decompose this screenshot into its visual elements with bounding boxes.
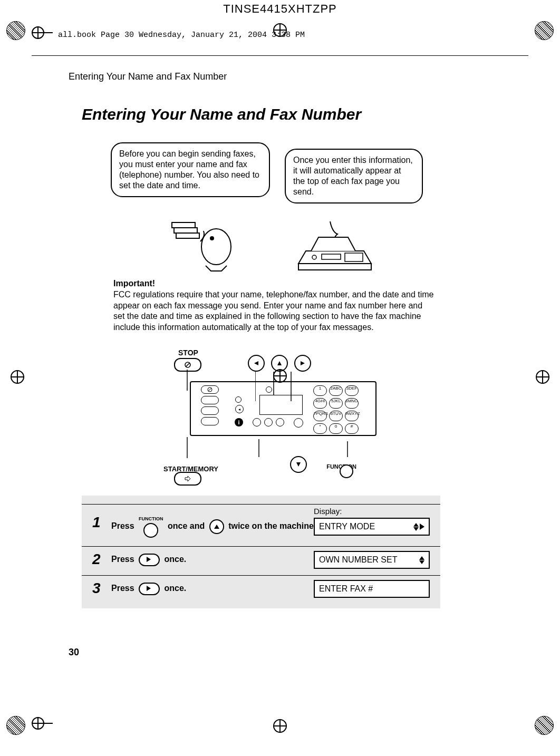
step-text-fragment: once.: [165, 555, 187, 564]
ring-binder-icon-top: [32, 24, 53, 41]
keypad-key: 6MNO: [345, 398, 359, 409]
stop-key-icon: [174, 358, 201, 372]
display-text: ENTER FAX #: [319, 584, 373, 594]
panel-key-icon: [201, 396, 219, 404]
right-arrow-icon: [420, 524, 424, 530]
svg-rect-5: [176, 233, 199, 238]
top-code: TINSE4415XHTZPP: [0, 2, 560, 16]
print-note: all.book Page 30 Wednesday, January 21, …: [58, 31, 305, 40]
page-title: Entering Your Name and Fax Number: [82, 105, 361, 123]
important-body: FCC regulations require that your name, …: [113, 289, 435, 333]
svg-marker-15: [254, 361, 258, 365]
function-key-inline-icon: FUNCTION: [139, 515, 163, 538]
keypad-key: 2ABC: [329, 385, 343, 396]
cartoon-character-icon: [169, 215, 243, 273]
display-caption: Display:: [314, 507, 430, 516]
step-row-2: 2 Press once. OWN NUMBER SET: [82, 547, 440, 576]
svg-marker-16: [277, 361, 282, 365]
speech-bubble-2: Once you enter this information, it will…: [285, 149, 423, 203]
step-text-fragment: twice on the machine.: [228, 521, 316, 530]
running-head: Entering Your Name and Fax Number: [69, 71, 227, 82]
svg-rect-4: [174, 228, 197, 233]
svg-line-22: [208, 388, 211, 391]
header-rule: [32, 55, 528, 56]
left-arrow-key-icon: [248, 355, 265, 372]
down-arrow-key-icon: [290, 456, 307, 473]
crosshair-icon-center: [272, 368, 288, 384]
step-text-fragment: Press: [111, 521, 137, 530]
display-box: OWN NUMBER SET: [314, 551, 430, 569]
panel-key-icon: [201, 406, 219, 415]
step-row-1: 1 Press FUNCTION once and twice on the m…: [82, 510, 440, 547]
page-number: 30: [69, 647, 79, 658]
fax-machine-icon: [285, 221, 380, 274]
crosshair-icon-left: [9, 369, 25, 385]
up-arrow-key-inline-icon: [209, 519, 224, 534]
svg-point-7: [210, 236, 214, 240]
panel-nav-icon: [264, 418, 273, 427]
keypad: 1 2ABC 3DEF 4GHI 5JKL 6MNO 7PQRS 8TUV 9W…: [309, 382, 375, 435]
display-text: ENTRY MODE: [319, 522, 375, 531]
svg-point-6: [201, 229, 231, 265]
svg-marker-26: [296, 462, 301, 467]
connector-line: [187, 370, 188, 391]
updown-arrows-icon: [419, 556, 424, 564]
panel-led-icon: [235, 396, 242, 403]
svg-marker-17: [301, 361, 305, 365]
connector-line: [187, 437, 229, 458]
svg-rect-3: [172, 222, 195, 228]
panel-nav-icon: [294, 418, 303, 428]
keypad-key: 7PQRS: [313, 411, 327, 421]
svg-line-13: [186, 363, 190, 367]
registration-mark-tr: [535, 21, 554, 40]
panel-box: ◂ i 1 2ABC 3DEF 4GHI: [190, 381, 376, 436]
panel-nav-icon: [253, 418, 261, 427]
keypad-key: *: [313, 423, 327, 434]
ring-binder-icon-bottom: [32, 715, 53, 732]
stop-label: STOP: [178, 348, 198, 357]
control-panel-diagram: STOP: [179, 348, 385, 475]
function-key-icon: [340, 464, 353, 478]
panel-key-icon: [201, 417, 219, 425]
panel-nav-icon: ◂: [235, 405, 244, 413]
speech-bubble-1: Before you can begin sending faxes, you …: [111, 142, 270, 197]
keypad-key: 5JKL: [329, 398, 343, 409]
display-box: ENTER FAX #: [314, 580, 430, 598]
step-text-fragment: Press: [111, 584, 137, 593]
step-number: 1: [92, 515, 105, 530]
important-block: Important! FCC regulations require that …: [113, 278, 435, 333]
right-arrow-oval-key-icon: [139, 554, 160, 566]
keypad-key: 3DEF: [345, 385, 359, 396]
step-text-fragment: Press: [111, 555, 137, 564]
step-number: 3: [92, 581, 105, 596]
right-arrow-oval-key-icon: [139, 583, 160, 595]
svg-rect-8: [298, 264, 371, 270]
step-number: 2: [92, 552, 105, 567]
step-row-3: 3 Press once. ENTER FAX #: [82, 576, 440, 598]
steps-box: 1 Press FUNCTION once and twice on the m…: [82, 496, 440, 608]
svg-marker-23: [185, 476, 190, 481]
crosshair-icon-top-center: [272, 22, 288, 38]
connector-line: [258, 439, 259, 457]
registration-mark-tl: [6, 21, 25, 40]
step-text-fragment: once and: [168, 521, 207, 530]
display-box: ENTRY MODE: [314, 518, 430, 536]
panel-nav-icon: [276, 418, 284, 427]
keypad-key: 9WXYZ: [345, 411, 359, 421]
crosshair-icon-right: [535, 369, 551, 385]
step-text-fragment: once.: [165, 584, 187, 593]
keypad-key: 0: [329, 423, 343, 434]
keypad-key: 1: [313, 385, 327, 396]
panel-led-icon: [266, 386, 272, 393]
connector-line: [347, 441, 348, 457]
start-memory-key-icon: [174, 472, 201, 486]
keypad-key: 8TUV: [329, 411, 343, 421]
registration-mark-bl: [6, 716, 25, 735]
display-text: OWN NUMBER SET: [319, 555, 397, 565]
info-icon: i: [235, 418, 243, 427]
registration-mark-br: [535, 716, 554, 735]
updown-arrows-icon: [413, 523, 419, 531]
keypad-key: #: [345, 423, 359, 434]
important-title: Important!: [113, 278, 435, 289]
crosshair-icon-bottom-center: [272, 718, 288, 734]
